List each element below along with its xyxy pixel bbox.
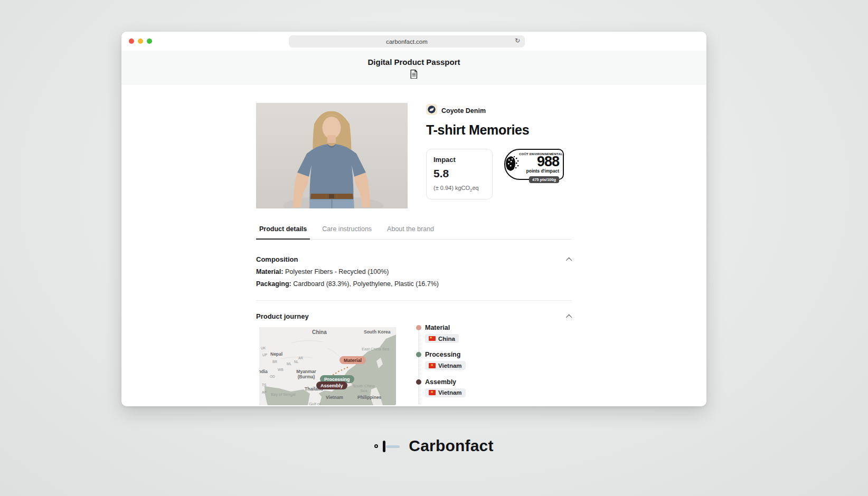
page-title: Digital Product Passport bbox=[367, 58, 460, 66]
planet-icon bbox=[504, 153, 520, 176]
url-bar[interactable]: carbonfact.com ↻ bbox=[289, 35, 525, 47]
product-photo bbox=[256, 103, 408, 208]
map-label: China bbox=[312, 329, 327, 335]
environmental-cost-badge: COÛT ENVIRONNEMENTAL 988 points d'impact… bbox=[504, 149, 564, 180]
map-label: TS bbox=[262, 383, 266, 387]
eco-badge-score-label: points d'impact bbox=[519, 168, 559, 174]
passport-header: Digital Product Passport bbox=[121, 51, 706, 84]
section-divider bbox=[256, 300, 572, 301]
tab-care-instructions[interactable]: Care instructions bbox=[319, 225, 375, 239]
legend-item-material: Material ★ China bbox=[416, 324, 572, 343]
journey-body: China South Korea East China Sea UK UP N… bbox=[256, 327, 572, 405]
map-label: NL bbox=[294, 360, 298, 364]
journey-header: Product journey bbox=[256, 312, 572, 320]
journey-title: Product journey bbox=[256, 312, 309, 320]
map-label: Vietnam bbox=[326, 395, 343, 400]
brand-name: Coyote Denim bbox=[441, 107, 486, 115]
legend-item-processing: Processing ★ Vietnam bbox=[416, 351, 572, 370]
reload-icon[interactable]: ↻ bbox=[515, 37, 520, 44]
maximize-window-button[interactable] bbox=[147, 39, 152, 44]
traffic-lights bbox=[129, 39, 152, 44]
map-label: Gulf of bbox=[309, 402, 320, 405]
document-icon bbox=[410, 70, 418, 81]
brand-logo-icon bbox=[426, 104, 437, 117]
journey-legend: Material ★ China Processing ★ Vietnam bbox=[416, 324, 572, 406]
map-label: Philippines bbox=[357, 395, 381, 400]
map-label: AP bbox=[262, 390, 267, 394]
brand-row: Coyote Denim bbox=[426, 104, 572, 117]
map-label: Bay of Bengal bbox=[271, 392, 296, 397]
map-label: South China Sea bbox=[352, 384, 375, 393]
eco-badge-score: 988 bbox=[519, 156, 559, 168]
journey-map: China South Korea East China Sea UK UP N… bbox=[259, 327, 396, 405]
map-label: East China Sea bbox=[362, 347, 389, 351]
impact-unit: (± 0.94) kgCO2eq bbox=[433, 185, 485, 193]
chevron-up-icon[interactable] bbox=[566, 257, 572, 263]
impact-cards-row: Impact 5.8 (± 0.94) kgCO2eq COÛT E bbox=[426, 149, 572, 199]
product-summary: Coyote Denim T-shirt Memories Impact 5.8… bbox=[426, 104, 572, 199]
content-column: Coyote Denim T-shirt Memories Impact 5.8… bbox=[256, 84, 572, 406]
composition-header: Composition bbox=[256, 255, 572, 263]
map-label: OD bbox=[270, 375, 275, 378]
close-window-button[interactable] bbox=[129, 39, 134, 44]
map-label: South Korea bbox=[364, 329, 391, 335]
map-label: Nepal bbox=[270, 351, 282, 357]
vietnam-flag-icon: ★ bbox=[429, 363, 436, 368]
product-title: T-shirt Memories bbox=[426, 122, 572, 138]
map-label: India bbox=[259, 369, 268, 374]
map-label: AR bbox=[298, 356, 303, 360]
map-label: UK bbox=[261, 346, 266, 350]
minimize-window-button[interactable] bbox=[138, 39, 143, 44]
legend-item-assembly: Assembly ★ Vietnam bbox=[416, 378, 572, 397]
processing-dot-icon bbox=[416, 352, 421, 357]
assembly-dot-icon bbox=[416, 379, 421, 385]
carbonfact-logo-icon bbox=[374, 438, 402, 454]
tab-product-details[interactable]: Product details bbox=[256, 225, 310, 240]
impact-card: Impact 5.8 (± 0.94) kgCO2eq bbox=[426, 149, 493, 199]
carbonfact-wordmark: Carbonfact bbox=[409, 437, 493, 455]
material-line: Material: Polyester Fibers - Recycled (1… bbox=[256, 268, 572, 275]
browser-window: carbonfact.com ↻ Digital Product Passpor… bbox=[121, 32, 706, 406]
map-label: WB bbox=[278, 368, 283, 371]
country-badge: ★ Vietnam bbox=[425, 361, 466, 370]
carbonfact-footer: Carbonfact bbox=[0, 437, 868, 455]
map-label: UP bbox=[262, 353, 267, 357]
impact-value: 5.8 bbox=[433, 167, 485, 180]
material-dot-icon bbox=[416, 325, 421, 330]
map-pin-assembly: Assembly bbox=[316, 381, 347, 389]
tab-about-the-brand[interactable]: About the brand bbox=[384, 225, 437, 239]
product-hero: Coyote Denim T-shirt Memories Impact 5.8… bbox=[256, 103, 572, 208]
country-badge: ★ China bbox=[425, 334, 459, 343]
chevron-up-icon[interactable] bbox=[566, 314, 572, 320]
map-label: Myanmar (Burma) bbox=[290, 369, 323, 380]
country-badge: ★ Vietnam bbox=[425, 388, 466, 397]
packaging-line: Packaging: Cardboard (83.3%), Polyethyle… bbox=[256, 280, 572, 288]
eco-badge-per-weight: 475 pts/100g bbox=[529, 176, 559, 183]
map-pin-material: Material bbox=[339, 356, 366, 364]
china-flag-icon: ★ bbox=[429, 336, 436, 341]
map-label: BR bbox=[272, 360, 277, 364]
tab-bar: Product details Care instructions About … bbox=[256, 225, 572, 240]
legend-item-distribution: Distribution Truck (5.3%), Container shi… bbox=[416, 405, 572, 406]
url-text: carbonfact.com bbox=[386, 39, 428, 45]
impact-label: Impact bbox=[433, 156, 485, 164]
vietnam-flag-icon: ★ bbox=[429, 390, 436, 395]
browser-chrome: carbonfact.com ↻ bbox=[121, 32, 706, 51]
composition-title: Composition bbox=[256, 255, 298, 263]
map-label: ML bbox=[287, 362, 291, 366]
